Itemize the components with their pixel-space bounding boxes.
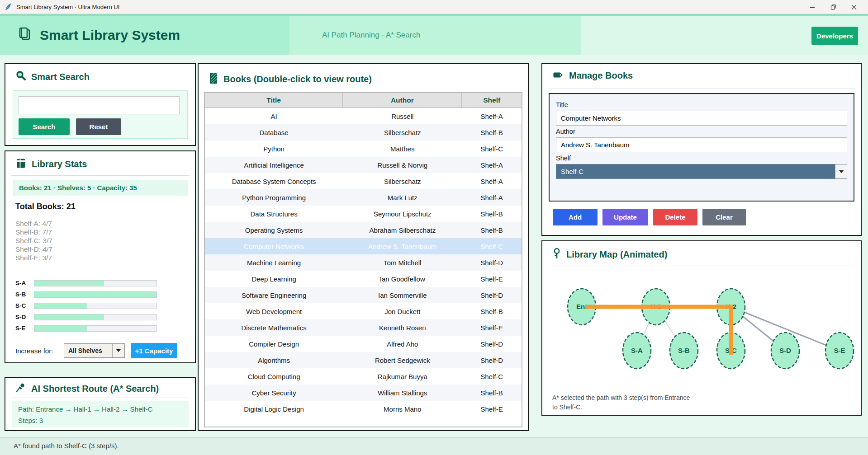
app-window: Smart Library System · Ultra Modern UI xyxy=(0,0,868,455)
shelf-line: Shelf-E: 3/7 xyxy=(15,253,52,262)
table-cell: Shelf-D xyxy=(462,352,522,368)
table-row[interactable]: Artificial IntelligenceRussell & NorvigS… xyxy=(205,157,522,173)
table-cell: Shelf-E xyxy=(462,319,522,336)
divider xyxy=(11,175,190,176)
table-row[interactable]: Software EngineeringIan SommervilleShelf… xyxy=(205,287,522,303)
svg-text:S-D: S-D xyxy=(779,347,791,354)
table-cell: Ian Goodfellow xyxy=(343,271,462,287)
shelf-line: Shelf-D: 4/7 xyxy=(15,245,52,253)
search-panel-title: Smart Search xyxy=(31,72,90,82)
map-caption-line1: A* selected the path with 3 step(s) from… xyxy=(552,393,690,403)
header-subtitle: AI Path Planning · A* Search xyxy=(322,16,420,55)
table-row[interactable]: Python ProgrammingMark LutzShelf-A xyxy=(205,189,522,206)
table-cell: Ian Sommerville xyxy=(343,287,462,303)
table-row[interactable]: AlgorithmsRobert SedgewickShelf-D xyxy=(205,352,522,368)
table-row[interactable]: AIRussellShelf-A xyxy=(205,108,522,124)
table-cell: Shelf-E xyxy=(462,271,522,287)
shelf-selector-combobox[interactable]: All Shelves xyxy=(64,343,125,358)
close-button[interactable] xyxy=(844,0,864,14)
table-cell: Matthes xyxy=(343,141,462,157)
bar-label: S-C xyxy=(15,302,34,309)
table-row[interactable]: Computer NetworksAndrew S. TanenbaumShel… xyxy=(205,238,522,254)
table-row[interactable]: PythonMatthesShelf-C xyxy=(205,141,522,157)
table-row[interactable]: Cloud ComputingRajkumar BuyyaShelf-C xyxy=(205,368,522,385)
minimize-button[interactable] xyxy=(802,0,823,14)
total-books: Total Books: 21 xyxy=(15,202,76,211)
table-row[interactable]: Web DevelopmentJon DuckettShelf-B xyxy=(205,303,522,319)
table-cell: Software Engineering xyxy=(205,287,343,303)
delete-button[interactable]: Delete xyxy=(653,209,697,225)
table-cell: Python Programming xyxy=(205,189,343,206)
search-input[interactable] xyxy=(19,96,180,114)
developers-button[interactable]: Developers xyxy=(811,27,858,45)
search-button[interactable]: Search xyxy=(19,118,70,135)
table-cell: Shelf-A xyxy=(462,108,522,124)
chevron-down-icon[interactable] xyxy=(112,344,124,357)
shelf-line: Shelf-C: 3/7 xyxy=(15,236,52,245)
author-field[interactable] xyxy=(556,137,847,152)
table-row[interactable]: Data StructuresSeymour LipschutzShelf-B xyxy=(205,206,522,222)
map-node-Shelf-A: S-A xyxy=(623,333,651,369)
table-row[interactable]: Deep LearningIan GoodfellowShelf-E xyxy=(205,271,522,287)
maximize-button[interactable] xyxy=(823,0,844,14)
update-button[interactable]: Update xyxy=(602,209,648,225)
shelf-progressbar xyxy=(34,314,157,320)
window-title: Smart Library System · Ultra Modern UI xyxy=(16,4,119,10)
status-text: A* found path to Shelf-C (3 step/s). xyxy=(14,442,119,450)
add-capacity-button[interactable]: +1 Capacity xyxy=(131,343,177,358)
table-row[interactable]: DatabaseSilberschatzShelf-B xyxy=(205,124,522,141)
bar-label: S-D xyxy=(15,314,34,320)
divider xyxy=(11,398,190,398)
table-cell: Shelf-A xyxy=(462,157,522,173)
shelf-progressbar xyxy=(34,280,157,286)
title-field[interactable] xyxy=(556,111,847,126)
column-header-author[interactable]: Author xyxy=(343,93,462,108)
stats-panel-title: Library Stats xyxy=(32,159,87,169)
column-header-shelf[interactable]: Shelf xyxy=(462,93,522,108)
table-cell: Andrew S. Tanenbaum xyxy=(343,238,462,254)
table-cell: Cloud Computing xyxy=(205,368,343,385)
table-cell: Tom Mitchell xyxy=(343,254,462,271)
library-stats-card: Library Stats Books: 21 · Shelves: 5 · C… xyxy=(5,150,196,363)
table-cell: Rajkumar Buyya xyxy=(343,368,462,385)
column-header-title[interactable]: Title xyxy=(205,93,343,108)
map-caption-line2: to Shelf-C. xyxy=(552,403,690,412)
table-cell: Compiler Design xyxy=(205,336,343,352)
table-row[interactable]: Cyber SecurityWilliam StallingsShelf-B xyxy=(205,385,522,401)
table-cell: Morris Mano xyxy=(343,401,462,417)
map-node-Shelf-E: S-E xyxy=(825,333,854,369)
tk-feather-icon xyxy=(5,3,12,10)
smart-search-card: Smart Search Search Reset xyxy=(5,63,196,146)
reset-button[interactable]: Reset xyxy=(76,118,121,135)
table-cell: Shelf-D xyxy=(462,254,522,271)
svg-text:S-A: S-A xyxy=(631,347,643,354)
svg-text:S-E: S-E xyxy=(834,347,845,354)
route-steps-text: Steps: 3 xyxy=(18,417,182,424)
table-row[interactable]: Compiler DesignAlfred AhoShelf-D xyxy=(205,336,522,352)
table-cell: Machine Learning xyxy=(205,254,343,271)
shelf-combobox[interactable]: Shelf-C xyxy=(556,164,847,179)
table-row[interactable]: Digital Logic DesignMorris ManoShelf-E xyxy=(205,401,522,417)
route-path-text: Path: Entrance → Hall-1 → Hall-2 → Shelf… xyxy=(18,405,182,413)
table-cell: Mark Lutz xyxy=(343,189,462,206)
table-cell: Shelf-C xyxy=(462,238,522,254)
table-row[interactable]: Discrete MathematicsKenneth RosenShelf-E xyxy=(205,319,522,336)
table-cell: Russell & Norvig xyxy=(343,157,462,173)
shelf-lines: Shelf-A: 4/7Shelf-B: 7/7Shelf-C: 3/7Shel… xyxy=(15,219,52,262)
table-row[interactable]: Database System ConceptsSilberschatzShel… xyxy=(205,173,522,189)
book-icon xyxy=(15,158,27,171)
author-field-label: Author xyxy=(556,128,847,135)
add-button[interactable]: Add xyxy=(553,209,598,225)
table-row[interactable]: Machine LearningTom MitchellShelf-D xyxy=(205,254,522,271)
clear-button[interactable]: Clear xyxy=(702,209,746,225)
manage-buttons: Add Update Delete Clear xyxy=(553,209,746,225)
table-cell: Shelf-C xyxy=(462,141,522,157)
table-cell: Alfred Aho xyxy=(343,336,462,352)
table-cell: Shelf-A xyxy=(462,189,522,206)
table-row[interactable]: Operating SystemsAbraham SilberschatzShe… xyxy=(205,222,522,238)
app-title: Smart Library System xyxy=(40,28,180,43)
bar-label: S-E xyxy=(15,325,34,332)
increase-capacity-row: Increase for: All Shelves +1 Capacity xyxy=(15,343,177,358)
chevron-down-icon[interactable] xyxy=(835,164,847,178)
table-cell: Shelf-E xyxy=(462,401,522,417)
